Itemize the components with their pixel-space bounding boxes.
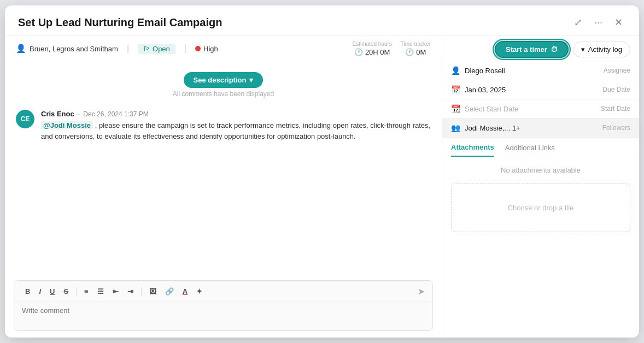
mention-tag: @Jodi Mossie: [41, 121, 93, 129]
comment-item: CE Cris Enoc · Dec 26, 2024 1:37 PM @Jod…: [16, 110, 431, 141]
unordered-list-button[interactable]: ☰: [94, 286, 107, 297]
priority-dot: [195, 46, 201, 51]
chevron-down-icon: ▾: [249, 76, 253, 84]
timer-icon: ⏱: [551, 45, 558, 54]
start-date-label: Start Date: [601, 105, 630, 113]
chevron-down-icon: ▾: [581, 45, 585, 54]
followers-label: Followers: [602, 124, 630, 132]
flag-icon: 🏳: [143, 45, 150, 53]
indent-right-button[interactable]: ⇥: [124, 286, 137, 297]
comment-body: , please ensure the campaign is set to t…: [41, 121, 430, 140]
italic-button[interactable]: I: [36, 286, 44, 297]
person-icon: 👤: [451, 66, 460, 75]
tab-additional-links[interactable]: Additional Links: [505, 144, 555, 156]
right-top-bar: Start a timer ⏱ ▾ Activity log: [442, 36, 639, 61]
followers-row[interactable]: 👥 Jodi Mossie,... 1+ Followers: [442, 119, 639, 138]
strikethrough-button[interactable]: S: [60, 286, 72, 297]
followers-value: Jodi Mossie,... 1+: [465, 124, 520, 132]
all-comments-label: All comments have been displayed: [5, 90, 442, 98]
toolbar-separator-1: [76, 287, 77, 296]
toolbar-separator-2: [141, 287, 142, 296]
status-label: Open: [153, 45, 170, 53]
time-tracker-block: Time tracker 🕐 0M: [401, 41, 431, 56]
followers-field-left: 👥 Jodi Mossie,... 1+: [451, 123, 520, 132]
time-tracker-label: Time tracker: [401, 41, 431, 47]
drop-zone[interactable]: Choose or drop a file: [451, 183, 630, 232]
image-button[interactable]: 🖼: [146, 286, 160, 297]
editor-toolbar: B I U S ≡ ☰ ⇤ ⇥ 🖼 🔗 A ✦ ➤: [14, 281, 432, 301]
due-date-field-left: 📅 Jan 03, 2025: [451, 85, 506, 94]
company-name: Bruen, Legros and Smitham: [30, 45, 118, 53]
estimated-block: Estimated hours 🕐 20H 0M Time tracker 🕐 …: [353, 41, 431, 56]
avatar: CE: [16, 110, 34, 128]
comment-content: Cris Enoc · Dec 26, 2024 1:37 PM @Jodi M…: [41, 110, 431, 141]
start-timer-label: Start a timer: [506, 45, 547, 54]
calendar-icon: 📅: [451, 85, 460, 94]
divider-1: |: [127, 44, 129, 54]
right-panel: Start a timer ⏱ ▾ Activity log 👤 Diego R…: [442, 36, 639, 338]
estimated-value: 20H 0M: [365, 48, 390, 56]
due-date-value: Jan 03, 2025: [465, 86, 506, 94]
status-badge[interactable]: 🏳 Open: [138, 44, 175, 54]
ordered-list-button[interactable]: ≡: [81, 286, 92, 297]
section-tabs: Attachments Additional Links: [442, 138, 639, 157]
divider-2: |: [184, 44, 186, 54]
comment-text: @Jodi Mossie , please ensure the campaig…: [41, 120, 431, 141]
start-date-field-left: 📆 Select Start Date: [451, 104, 518, 113]
more-options-icon[interactable]: ···: [591, 16, 606, 29]
send-button[interactable]: ➤: [418, 286, 425, 297]
assignee-row[interactable]: 👤 Diego Rosell Assignee: [442, 61, 639, 80]
text-color-button[interactable]: A: [179, 286, 191, 297]
calendar-start-icon: 📆: [451, 104, 460, 113]
bold-button[interactable]: B: [22, 286, 33, 297]
no-attachments-label: No attachments available: [442, 157, 639, 179]
highlight-button[interactable]: ✦: [193, 286, 206, 297]
estimated-hours-block: Estimated hours 🕐 20H 0M: [353, 41, 392, 56]
expand-icon[interactable]: ⤢: [571, 15, 586, 29]
see-description-row: See description ▾: [5, 62, 442, 90]
link-button[interactable]: 🔗: [162, 286, 177, 297]
company-item: 👤 Bruen, Legros and Smitham: [16, 44, 118, 54]
start-date-value: Select Start Date: [465, 105, 518, 113]
start-timer-button[interactable]: Start a timer ⏱: [495, 41, 569, 58]
see-description-label: See description: [194, 76, 247, 84]
see-description-button[interactable]: See description ▾: [184, 72, 264, 88]
priority-badge[interactable]: High: [195, 45, 218, 53]
comment-input[interactable]: [22, 306, 425, 322]
modal-title: Set Up Lead Nurturing Email Campaign: [18, 16, 222, 29]
indent-left-button[interactable]: ⇤: [109, 286, 122, 297]
comment-input-row[interactable]: [14, 301, 432, 330]
assignee-name: Diego Rosell: [465, 67, 505, 75]
clock-icon: 🕐: [354, 48, 363, 56]
assignee-label: Assignee: [604, 67, 630, 74]
drop-zone-label: Choose or drop a file: [508, 204, 574, 212]
comment-meta: Cris Enoc · Dec 26, 2024 1:37 PM: [41, 110, 431, 118]
modal-header-actions: ⤢ ··· ✕: [571, 15, 626, 29]
time-tracker-value-row: 🕐 0M: [405, 48, 426, 56]
start-date-row[interactable]: 📆 Select Start Date Start Date: [442, 99, 639, 119]
priority-label: High: [203, 45, 218, 53]
assignee-field-left: 👤 Diego Rosell: [451, 66, 505, 75]
modal-header: Set Up Lead Nurturing Email Campaign ⤢ ·…: [5, 5, 639, 36]
time-tracker-value: 0M: [416, 48, 426, 56]
estimated-value-row: 🕐 20H 0M: [354, 48, 390, 56]
modal-container: Set Up Lead Nurturing Email Campaign ⤢ ·…: [5, 5, 639, 338]
close-icon[interactable]: ✕: [611, 15, 626, 29]
modal-body: 👤 Bruen, Legros and Smitham | 🏳 Open | H…: [5, 36, 639, 338]
comments-section: CE Cris Enoc · Dec 26, 2024 1:37 PM @Jod…: [5, 104, 442, 276]
due-date-label: Due Date: [602, 86, 630, 93]
activity-log-label: Activity log: [588, 45, 622, 54]
meta-bar: 👤 Bruen, Legros and Smitham | 🏳 Open | H…: [5, 36, 442, 62]
company-icon: 👤: [16, 44, 26, 54]
estimated-label: Estimated hours: [353, 41, 392, 47]
left-panel: 👤 Bruen, Legros and Smitham | 🏳 Open | H…: [5, 36, 442, 338]
due-date-row[interactable]: 📅 Jan 03, 2025 Due Date: [442, 80, 639, 99]
activity-log-button[interactable]: ▾ Activity log: [573, 42, 630, 57]
editor-box: B I U S ≡ ☰ ⇤ ⇥ 🖼 🔗 A ✦ ➤: [14, 280, 433, 331]
tracker-clock-icon: 🕐: [405, 48, 414, 56]
tab-attachments[interactable]: Attachments: [451, 143, 494, 157]
underline-button[interactable]: U: [46, 286, 58, 297]
followers-icon: 👥: [451, 123, 460, 132]
comment-author: Cris Enoc: [41, 110, 74, 118]
comment-date: Dec 26, 2024 1:37 PM: [83, 110, 148, 118]
